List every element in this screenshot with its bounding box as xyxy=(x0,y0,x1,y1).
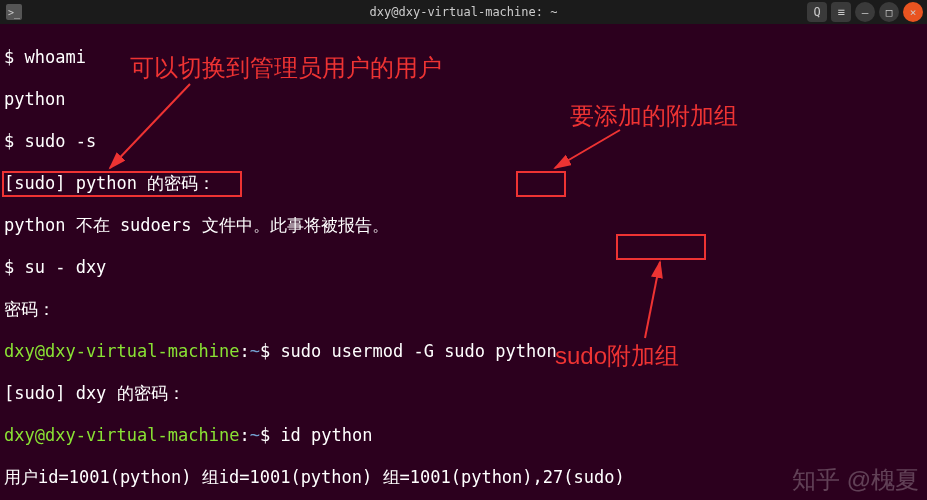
prompt-user: dxy@dxy-virtual-machine xyxy=(4,425,239,445)
terminal-line: python xyxy=(4,89,923,110)
search-button[interactable]: Q xyxy=(807,2,827,22)
maximize-button[interactable]: □ xyxy=(879,2,899,22)
prompt-user: dxy@dxy-virtual-machine xyxy=(4,341,239,361)
terminal-line: python 不在 sudoers 文件中。此事将被报告。 xyxy=(4,215,923,236)
terminal-line: [sudo] python 的密码： xyxy=(4,173,923,194)
terminal-line: 密码： xyxy=(4,299,923,320)
close-button[interactable]: × xyxy=(903,2,923,22)
window-titlebar: >_ dxy@dxy-virtual-machine: ~ Q ≡ — □ × xyxy=(0,0,927,24)
terminal-line: [sudo] dxy 的密码： xyxy=(4,383,923,404)
menu-button[interactable]: ≡ xyxy=(831,2,851,22)
terminal-icon: >_ xyxy=(6,4,22,20)
prompt-path: ~ xyxy=(250,341,260,361)
terminal-line: $ su - dxy xyxy=(4,257,923,278)
terminal-line: 用户id=1001(python) 组id=1001(python) 组=100… xyxy=(4,467,923,488)
terminal-line: dxy@dxy-virtual-machine:~$ sudo usermod … xyxy=(4,341,923,362)
terminal-line: $ whoami xyxy=(4,47,923,68)
terminal-line: $ sudo -s xyxy=(4,131,923,152)
window-title: dxy@dxy-virtual-machine: ~ xyxy=(370,5,558,19)
terminal-body[interactable]: $ whoami python $ sudo -s [sudo] python … xyxy=(0,24,927,500)
prompt-path: ~ xyxy=(250,425,260,445)
terminal-line: dxy@dxy-virtual-machine:~$ id python xyxy=(4,425,923,446)
minimize-button[interactable]: — xyxy=(855,2,875,22)
